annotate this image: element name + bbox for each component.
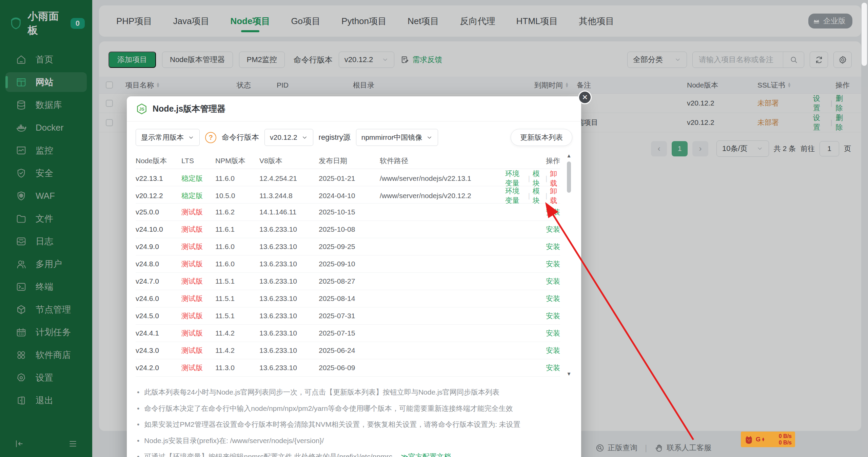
page-scrollbar[interactable] [862, 3, 867, 66]
update-version-list-button[interactable]: 更新版本列表 [511, 129, 572, 146]
install-link[interactable]: 安装 [546, 259, 560, 269]
version-row: v24.3.0测试版11.4.213.6.233.102025-06-24安装 [136, 342, 560, 359]
version-cell: v24.3.0 [136, 346, 181, 355]
nodejs-icon: JS [136, 103, 148, 115]
svg-text:JS: JS [139, 106, 144, 111]
nodejs-version-manager-modal: ✕ JS Node.js版本管理器 显示常用版本 ? 命令行版本 v20.12.… [127, 96, 581, 457]
official-docs-link[interactable]: ≫官方配置文档 [401, 453, 451, 457]
install-link[interactable]: 安装 [546, 277, 560, 286]
network-speed-widget[interactable]: G ▲▼ 0 B/s 0 B/s [741, 432, 795, 447]
v8-cell: 12.4.254.21 [259, 174, 319, 183]
install-link[interactable]: 安装 [546, 363, 560, 373]
version-row: v24.2.0测试版11.3.013.6.233.102025-06-09安装 [136, 359, 560, 377]
table-scrollbar: ▲ ▼ [566, 153, 572, 377]
version-row: v25.0.0测试版11.6.214.1.146.112025-10-15安装 [136, 204, 560, 221]
version-row: v22.13.1稳定版11.6.012.4.254.212025-01-21/w… [136, 169, 560, 186]
version-cell: v24.6.0 [136, 294, 181, 303]
note-text: 如果安装过PM2管理器在设置命令行版本时将会清除其NVM相关设置，要恢复相关设置… [144, 419, 520, 430]
npm-cell: 11.6.2 [215, 208, 259, 216]
chevron-icon [426, 134, 433, 141]
lts-cell: 稳定版 [181, 191, 215, 201]
v8-cell: 13.6.233.10 [259, 346, 319, 355]
lts-cell: 测试版 [181, 207, 215, 217]
version-actions: 安装 [505, 294, 560, 303]
modules-link[interactable]: 模块 [533, 169, 543, 188]
help-icon[interactable]: ? [205, 132, 216, 143]
bullet-icon: • [137, 419, 139, 430]
date-cell: 2025-08-27 [319, 277, 380, 285]
lts-cell: 测试版 [181, 328, 215, 338]
v8-cell: 13.6.233.10 [259, 260, 319, 268]
lts-cell: 测试版 [181, 277, 215, 286]
scrollbar-thumb[interactable] [567, 161, 571, 193]
lts-cell: 测试版 [181, 242, 215, 251]
npm-cell: 11.5.1 [215, 294, 259, 303]
version-actions: 安装 [505, 207, 560, 217]
bullet-icon: • [137, 451, 139, 457]
v8-cell: 14.1.146.11 [259, 208, 319, 216]
action-divider: | [528, 174, 530, 183]
version-row: v24.8.0测试版11.6.013.6.233.102025-09-10安装 [136, 255, 560, 273]
uninstall-link[interactable]: 卸载 [550, 186, 560, 205]
install-link[interactable]: 安装 [546, 207, 560, 217]
npm-cell: 11.4.2 [215, 329, 259, 337]
note-text: 命令行版本决定了在命令行中输入node/npm/npx/pm2/yarn等命令使… [144, 403, 513, 414]
version-cell: v24.4.1 [136, 329, 181, 337]
close-icon: ✕ [582, 93, 588, 101]
install-link[interactable]: 安装 [546, 242, 560, 251]
note-text: 此版本列表每24小时与Node.js官网列表同步一次，可点击【更新版本列表】按钮… [144, 387, 499, 398]
version-actions: 安装 [505, 277, 560, 286]
registry-select[interactable]: npmmirror中国镜像 [356, 129, 438, 146]
date-cell: 2025-08-14 [319, 294, 380, 303]
date-cell: 2025-07-15 [319, 329, 380, 337]
version-cell: v24.9.0 [136, 243, 181, 251]
install-link[interactable]: 安装 [546, 311, 560, 321]
modal-note: •命令行版本决定了在命令行中输入node/npm/npx/pm2/yarn等命令… [137, 403, 571, 414]
npm-cell: 11.5.1 [215, 277, 259, 285]
npm-cell: 11.3.0 [215, 364, 259, 372]
install-link[interactable]: 安装 [546, 294, 560, 303]
scroll-down-icon[interactable]: ▼ [566, 371, 572, 377]
install-link[interactable]: 安装 [546, 328, 560, 338]
date-cell: 2025-09-10 [319, 260, 380, 268]
modal-title: Node.js版本管理器 [153, 103, 225, 114]
bullet-icon: • [137, 403, 139, 414]
version-actions: 安装 [505, 328, 560, 338]
v8-cell: 13.6.233.10 [259, 225, 319, 233]
version-row: v24.4.1测试版11.4.213.6.233.102025-07-15安装 [136, 325, 560, 342]
action-divider: | [546, 192, 547, 200]
version-cell: v24.2.0 [136, 364, 181, 372]
lts-cell: 稳定版 [181, 174, 215, 183]
cat-icon [744, 434, 754, 445]
install-link[interactable]: 安装 [546, 225, 560, 234]
lts-cell: 测试版 [181, 363, 215, 373]
note-text: Node.js安装目录(prefix)在: /www/server/nodejs… [144, 435, 324, 446]
upload-speed: 0 B/s [779, 433, 792, 439]
v8-cell: 13.6.233.10 [259, 364, 319, 372]
uninstall-link[interactable]: 卸载 [550, 169, 560, 188]
lts-cell: 测试版 [181, 346, 215, 355]
up-down-arrows-icon: ▲▼ [762, 437, 765, 441]
npm-cell: 11.6.1 [215, 225, 259, 233]
version-cell: v24.7.0 [136, 277, 181, 285]
modal-cli-version-select[interactable]: v20.12.2 [264, 129, 313, 146]
npm-cell: 11.4.2 [215, 346, 259, 355]
date-cell: 2025-10-15 [319, 208, 380, 216]
date-cell: 2024-04-10 [319, 192, 380, 200]
version-filter-select[interactable]: 显示常用版本 [136, 129, 200, 146]
modal-cli-version-label: 命令行版本 [222, 132, 259, 142]
modules-link[interactable]: 模块 [533, 186, 543, 205]
install-link[interactable]: 安装 [546, 346, 560, 355]
env-vars-link[interactable]: 环境变量 [505, 186, 526, 205]
version-row: v20.12.2稳定版10.5.011.3.244.82024-04-10/ww… [136, 186, 560, 204]
version-row: v24.5.0测试版11.5.113.6.233.102025-07-31安装 [136, 307, 560, 325]
registry-label: registry源 [319, 132, 351, 142]
nodejs-icon: JS [136, 103, 148, 115]
env-vars-link[interactable]: 环境变量 [505, 169, 526, 188]
version-actions: 环境变量|模块|卸载 [505, 186, 560, 205]
close-modal-button[interactable]: ✕ [578, 91, 592, 104]
scroll-up-icon[interactable]: ▲ [566, 153, 572, 158]
modal-note: •如果安装过PM2管理器在设置命令行版本时将会清除其NVM相关设置，要恢复相关设… [137, 419, 571, 430]
modal-notes: •此版本列表每24小时与Node.js官网列表同步一次，可点击【更新版本列表】按… [137, 387, 571, 457]
date-cell: 2025-09-25 [319, 243, 380, 251]
